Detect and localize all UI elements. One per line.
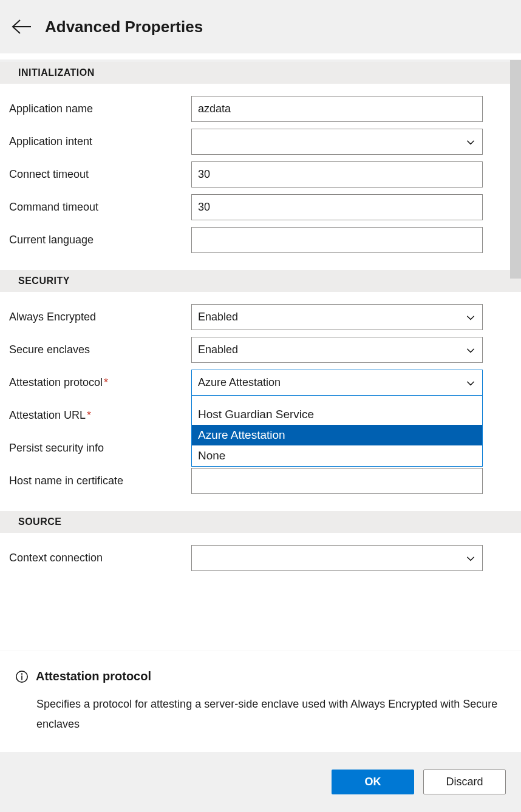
section-header-source: SOURCE: [0, 511, 521, 533]
label-secure-enclaves: Secure enclaves: [9, 343, 191, 356]
label-context-connection: Context connection: [9, 552, 191, 564]
input-command-timeout[interactable]: [191, 194, 483, 220]
label-attestation-url: Attestation URL*: [9, 409, 191, 422]
label-connect-timeout: Connect timeout: [9, 168, 191, 181]
input-application-name[interactable]: [191, 96, 483, 122]
info-title: Attestation protocol: [36, 669, 151, 683]
info-icon: [15, 670, 29, 683]
dropdown-option-azure[interactable]: Azure Attestation: [192, 425, 482, 445]
label-application-intent: Application intent: [9, 135, 191, 148]
ok-button[interactable]: OK: [332, 770, 414, 794]
label-attestation-protocol: Attestation protocol*: [9, 376, 191, 389]
back-arrow-icon: [11, 19, 32, 35]
footer-bar: OK Discard: [0, 752, 521, 812]
label-persist-security-info: Persist security info: [9, 442, 191, 455]
label-always-encrypted: Always Encrypted: [9, 311, 191, 323]
dropdown-attestation-protocol: Host Guardian Service Azure Attestation …: [191, 395, 483, 467]
info-panel: Attestation protocol Specifies a protoco…: [0, 651, 521, 752]
scrollbar-thumb[interactable]: [510, 60, 521, 279]
input-connect-timeout[interactable]: [191, 161, 483, 188]
svg-point-3: [22, 674, 22, 674]
source-section: Context connection: [0, 533, 521, 571]
chevron-down-icon: [465, 137, 476, 147]
label-host-name-certificate: Host name in certificate: [9, 475, 191, 487]
chevron-down-icon: [465, 377, 476, 388]
info-description: Specifies a protocol for attesting a ser…: [36, 694, 506, 734]
section-header-initialization: INITIALIZATION: [0, 62, 521, 84]
select-secure-enclaves[interactable]: Enabled: [191, 337, 483, 363]
dropdown-option-none[interactable]: None: [192, 445, 482, 466]
section-header-security: SECURITY: [0, 270, 521, 292]
select-always-encrypted[interactable]: Enabled: [191, 304, 483, 330]
security-section: Always Encrypted Enabled Secure enclaves…: [0, 292, 521, 511]
page-title: Advanced Properties: [45, 18, 203, 36]
input-current-language[interactable]: [191, 227, 483, 253]
input-host-name-certificate[interactable]: [191, 468, 483, 494]
chevron-down-icon: [465, 345, 476, 356]
select-attestation-protocol[interactable]: Azure Attestation Host Guardian Service …: [191, 370, 483, 396]
discard-button[interactable]: Discard: [423, 770, 506, 794]
initialization-section: Application name Application intent Conn…: [0, 84, 521, 270]
back-button[interactable]: [11, 16, 32, 37]
dropdown-option-hgs[interactable]: Host Guardian Service: [192, 404, 482, 425]
header-bar: Advanced Properties: [0, 0, 521, 53]
label-application-name: Application name: [9, 103, 191, 115]
select-context-connection[interactable]: [191, 545, 483, 571]
select-application-intent[interactable]: [191, 129, 483, 155]
content-scroll-area: INITIALIZATION Application name Applicat…: [0, 53, 521, 752]
label-current-language: Current language: [9, 234, 191, 246]
chevron-down-icon: [465, 312, 476, 323]
label-command-timeout: Command timeout: [9, 201, 191, 214]
chevron-down-icon: [465, 553, 476, 564]
